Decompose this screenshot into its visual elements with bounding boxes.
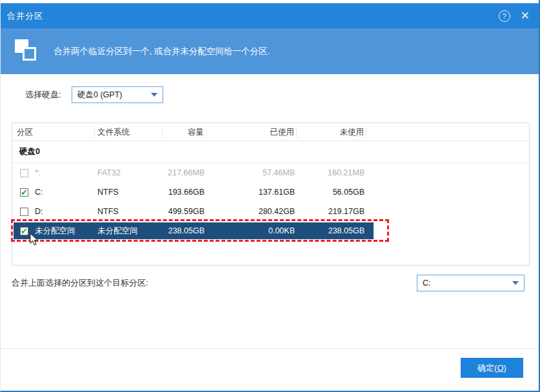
used-value: 280.42GB <box>206 207 297 216</box>
unused-value: 219.17GB <box>297 207 366 216</box>
col-header-filesystem: 文件系统 <box>95 126 163 138</box>
title-bar: 合并分区 ? ✕ <box>1 3 539 28</box>
disk-group-row: 硬盘0 <box>12 141 529 163</box>
target-partition-label: 合并上面选择的分区到这个目标分区: <box>12 277 148 289</box>
used-value: 57.46MB <box>206 168 297 177</box>
chevron-down-icon <box>512 281 519 285</box>
table-row[interactable]: D: NTFS 499.59GB 280.42GB 219.17GB <box>12 202 529 221</box>
used-value: 137.61GB <box>206 188 297 197</box>
table-row[interactable]: *: FAT32 217.66MB 57.46MB 160.21MB <box>12 163 529 182</box>
footer-divider <box>1 348 539 349</box>
chevron-down-icon <box>151 93 157 97</box>
dialog-title: 合并分区 <box>1 10 43 22</box>
close-icon[interactable]: ✕ <box>521 10 530 21</box>
col-header-used: 已使用 <box>206 126 297 138</box>
disk-dropdown-value: 硬盘0 (GPT) <box>72 90 151 101</box>
help-icon[interactable]: ? <box>499 10 510 22</box>
disk-group-label: 硬盘0 <box>19 146 40 157</box>
used-value: 0.00KB <box>206 226 297 235</box>
col-header-partition: 分区 <box>12 126 95 138</box>
filesystem-value: FAT32 <box>95 168 163 177</box>
row-checkbox-checked[interactable] <box>20 227 28 235</box>
unused-value: 56.05GB <box>297 188 366 197</box>
disk-selector-label: 选择硬盘: <box>25 89 61 101</box>
ok-button[interactable]: 确定(O) <box>461 358 523 378</box>
disk-dropdown[interactable]: 硬盘0 (GPT) <box>72 86 163 103</box>
filesystem-value: NTFS <box>95 207 163 216</box>
table-row[interactable]: C: NTFS 193.66GB 137.61GB 56.05GB <box>12 182 529 202</box>
partition-table: 分区 文件系统 容量 已使用 未使用 硬盘0 *: FAT32 217.66MB… <box>12 122 530 266</box>
titlebar-buttons: ? ✕ <box>499 10 539 22</box>
partition-name: 未分配空间 <box>35 226 75 237</box>
unused-value: 160.21MB <box>297 168 366 177</box>
table-header: 分区 文件系统 容量 已使用 未使用 <box>12 123 529 141</box>
filesystem-value: 未分配空间 <box>95 226 163 237</box>
row-checkbox-unchecked[interactable] <box>20 169 28 177</box>
table-row-selected[interactable]: 未分配空间 未分配空间 238.05GB 0.00KB 238.05GB <box>12 221 529 240</box>
row-checkbox-checked[interactable] <box>20 188 28 197</box>
capacity-value: 499.59GB <box>163 207 206 216</box>
info-banner: 合并两个临近分区到一个, 或合并未分配空间给一个分区. <box>1 28 539 74</box>
merge-partitions-dialog: 合并分区 ? ✕ 合并两个临近分区到一个, 或合并未分配空间给一个分区. 选择硬… <box>0 0 540 392</box>
disk-selector-row: 选择硬盘: 硬盘0 (GPT) <box>1 85 539 103</box>
capacity-value: 238.05GB <box>163 226 206 235</box>
banner-description: 合并两个临近分区到一个, 或合并未分配空间给一个分区. <box>54 46 270 57</box>
target-dropdown-value: C: <box>417 279 512 288</box>
merge-partitions-icon <box>15 39 39 64</box>
partition-name: C: <box>35 188 43 197</box>
target-partition-dropdown[interactable]: C: <box>417 275 525 291</box>
row-checkbox-unchecked[interactable] <box>20 208 28 216</box>
capacity-value: 193.66GB <box>163 188 206 197</box>
help-glyph: ? <box>503 12 506 20</box>
partition-name: D: <box>35 207 43 216</box>
col-header-unused: 未使用 <box>297 126 366 138</box>
capacity-value: 217.66MB <box>163 168 206 177</box>
filesystem-value: NTFS <box>95 188 163 197</box>
partition-name: *: <box>35 168 40 177</box>
col-header-capacity: 容量 <box>163 126 206 138</box>
unused-value: 238.05GB <box>297 226 366 235</box>
